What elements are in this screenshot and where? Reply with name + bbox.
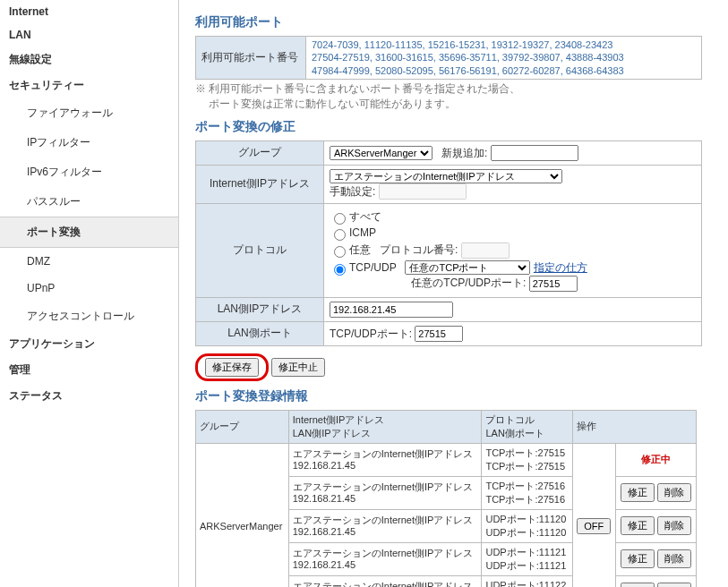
reg-proto-cell: TCPポート:27516TCPポート:27516 [482, 476, 572, 509]
reg-col-ip: Internet側IPアドレスLAN側IPアドレス [288, 410, 482, 443]
available-ports-label: 利用可能ポート番号 [196, 37, 306, 80]
available-ports-title: 利用可能ポート [195, 14, 728, 30]
delete-button[interactable]: 削除 [657, 583, 691, 587]
manual-label: 手動設定: [330, 185, 375, 198]
proto-tcpudp-radio[interactable] [334, 264, 346, 276]
edit-form: グループ ARKServerManger 新規追加: Internet側IPアド… [195, 140, 702, 346]
group-label: グループ [196, 140, 324, 165]
lanip-input[interactable] [330, 302, 453, 318]
reg-ops-cell: 修正中 [615, 443, 696, 476]
save-button[interactable]: 修正保存 [205, 358, 259, 377]
reg-ops-cell: 修正 削除 [615, 509, 696, 542]
lanport-input[interactable] [415, 326, 463, 342]
edit-button[interactable]: 修正 [621, 483, 655, 502]
sidebar-item-passthrough[interactable]: パススルー [0, 187, 178, 217]
available-ports-values: 7024-7039, 11120-11135, 15216-15231, 193… [306, 37, 702, 80]
reg-col-ops: 操作 [572, 410, 696, 443]
group-select[interactable]: ARKServerManger [330, 146, 433, 160]
reg-proto-cell: UDPポート:11120UDPポート:11120 [482, 509, 572, 542]
lanport-label: LAN側ポート [196, 321, 324, 345]
available-ports-note: ※ 利用可能ポート番号に含まれないポート番号を指定された場合、 ポート変換は正常… [195, 81, 728, 112]
reg-table: グループ Internet側IPアドレスLAN側IPアドレス プロトコルLAN側… [195, 410, 697, 587]
reg-ops-cell: 修正 削除 [615, 476, 696, 509]
reg-ip-cell: エアステーションのInternet側IPアドレス192.168.21.45 [288, 575, 482, 587]
proto-icmp-radio[interactable] [334, 229, 346, 241]
proto-num-input[interactable] [461, 242, 510, 259]
edit-button[interactable]: 修正 [621, 583, 655, 587]
lanport-prefix: TCP/UDPポート: [330, 328, 412, 340]
available-ports-table: 利用可能ポート番号 7024-7039, 11120-11135, 15216-… [195, 36, 702, 80]
delete-button[interactable]: 削除 [657, 516, 691, 535]
reg-proto-cell: TCPポート:27515TCPポート:27515 [482, 443, 572, 476]
reg-ip-cell: エアステーションのInternet側IPアドレス192.168.21.45 [288, 509, 482, 542]
anyport-label: 任意のTCP/UDPポート: [411, 276, 526, 289]
sidebar-item-upnp[interactable]: UPnP [0, 275, 178, 302]
reg-ops-cell: 修正 削除 [615, 575, 696, 587]
edit-button[interactable]: 修正 [621, 549, 655, 568]
reg-off-cell: OFF [572, 443, 615, 587]
sidebar: Internet LAN 無線設定 セキュリティー ファイアウォール IPフィル… [0, 0, 179, 587]
reg-col-proto: プロトコルLAN側ポート [482, 410, 572, 443]
reg-ops-cell: 修正 削除 [615, 542, 696, 575]
sidebar-item-status[interactable]: ステータス [0, 383, 178, 409]
delete-button[interactable]: 削除 [657, 549, 691, 568]
cancel-button[interactable]: 修正中止 [271, 358, 325, 377]
editing-label: 修正中 [641, 454, 671, 464]
reg-col-group: グループ [196, 410, 289, 443]
reg-group-cell: ARKServerManger [196, 443, 289, 587]
reg-ip-cell: エアステーションのInternet側IPアドレス192.168.21.45 [288, 476, 482, 509]
reg-proto-cell: UDPポート:11121UDPポート:11121 [482, 542, 572, 575]
save-highlight: 修正保存 [195, 353, 269, 381]
delete-button[interactable]: 削除 [657, 483, 691, 502]
protocol-label: プロトコル [196, 203, 324, 297]
sidebar-item-lan[interactable]: LAN [0, 23, 178, 47]
edit-button[interactable]: 修正 [621, 516, 655, 535]
proto-all-radio[interactable] [334, 213, 346, 225]
main-content: 利用可能ポート 利用可能ポート番号 7024-7039, 11120-11135… [179, 0, 728, 587]
new-group-label: 新規追加: [441, 147, 487, 159]
sidebar-item-admin[interactable]: 管理 [0, 357, 178, 383]
edit-title: ポート変換の修正 [195, 119, 728, 135]
proto-any-radio[interactable] [334, 246, 346, 258]
wanip-manual-input[interactable] [379, 183, 467, 200]
sidebar-item-wireless[interactable]: 無線設定 [0, 47, 178, 72]
off-button[interactable]: OFF [577, 518, 611, 534]
lanip-label: LAN側IPアドレス [196, 297, 324, 321]
reg-ip-cell: エアステーションのInternet側IPアドレス192.168.21.45 [288, 443, 482, 476]
anyport-input[interactable] [529, 276, 578, 292]
reg-title: ポート変換登録情報 [195, 388, 728, 404]
wanip-select[interactable]: エアステーションのInternet側IPアドレス [330, 169, 562, 183]
sidebar-item-firewall[interactable]: ファイアウォール [0, 98, 178, 128]
proto-num-label: プロトコル番号: [380, 243, 458, 256]
sidebar-item-application[interactable]: アプリケーション [0, 331, 178, 357]
reg-ip-cell: エアステーションのInternet側IPアドレス192.168.21.45 [288, 542, 482, 575]
sidebar-item-dmz[interactable]: DMZ [0, 248, 178, 275]
sidebar-item-internet[interactable]: Internet [0, 0, 178, 23]
sidebar-item-ipv6filter[interactable]: IPv6フィルター [0, 157, 178, 187]
new-group-input[interactable] [491, 145, 578, 161]
sidebar-item-portforward[interactable]: ポート変換 [0, 217, 178, 248]
wanip-label: Internet側IPアドレス [196, 165, 324, 203]
sidebar-item-access[interactable]: アクセスコントロール [0, 302, 178, 331]
sidebar-item-security[interactable]: セキュリティー [0, 72, 178, 98]
sidebar-item-ipfilter[interactable]: IPフィルター [0, 128, 178, 157]
reg-proto-cell: UDPポート:11122UDPポート:11122 [482, 575, 572, 587]
tcpudp-select[interactable]: 任意のTCPポート [405, 260, 530, 275]
howto-link[interactable]: 指定の仕方 [534, 261, 587, 274]
